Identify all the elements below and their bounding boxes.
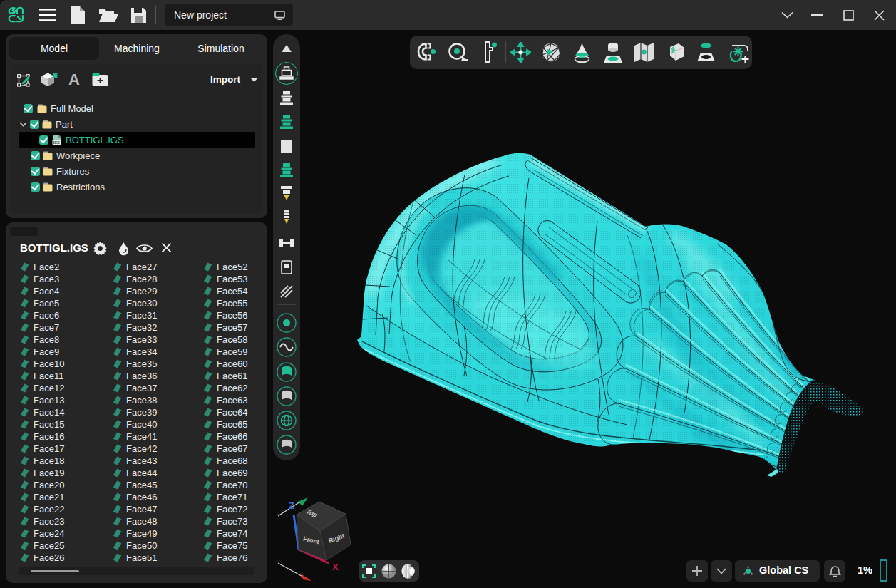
svg-text:Z: Z [289, 500, 294, 511]
svg-text:X: X [332, 562, 339, 572]
svg-text:IGS: IGS [53, 140, 60, 145]
